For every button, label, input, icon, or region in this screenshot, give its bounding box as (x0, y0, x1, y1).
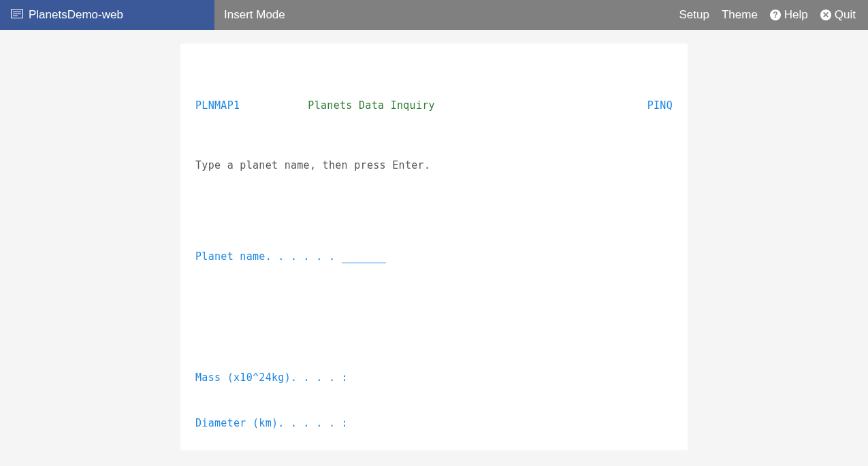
theme-label: Theme (722, 8, 758, 22)
close-icon: ✕ (820, 10, 831, 20)
planet-name-row: Planet name. . . . . . (195, 249, 673, 264)
field-diameter: Diameter (km). . . . . : (195, 416, 673, 431)
help-icon: ? (770, 10, 781, 20)
terminal-icon (11, 8, 23, 22)
planet-name-input[interactable] (342, 250, 386, 263)
instruction-text: Type a planet name, then press Enter. (195, 158, 673, 173)
map-id: PLNMAP1 (195, 98, 240, 113)
planet-name-label: Planet name. . . . . . (195, 249, 342, 264)
page-body: PLNMAP1Planets Data InquiryPINQ Type a p… (0, 30, 868, 450)
screen-title: Planets Data Inquiry (240, 98, 647, 113)
data-fields: Mass (x10^24kg). . . . : Diameter (km). … (195, 339, 673, 450)
quit-label: Quit (835, 8, 856, 22)
setup-label: Setup (679, 8, 709, 22)
menu-bar: Setup Theme ? Help ✕ Quit (666, 0, 868, 30)
help-menu[interactable]: ? Help (770, 8, 808, 22)
top-bar: PlanetsDemo-web Insert Mode Setup Theme … (0, 0, 868, 30)
quit-menu[interactable]: ✕ Quit (820, 8, 856, 22)
brand-area: PlanetsDemo-web (0, 0, 214, 30)
field-mass: Mass (x10^24kg). . . . : (195, 370, 673, 385)
theme-menu[interactable]: Theme (722, 8, 758, 22)
screen-header: PLNMAP1Planets Data InquiryPINQ (195, 98, 673, 113)
brand-title: PlanetsDemo-web (29, 8, 123, 22)
mode-indicator: Insert Mode (214, 0, 666, 30)
mode-text: Insert Mode (224, 8, 285, 22)
transaction-id: PINQ (647, 98, 673, 113)
terminal-screen: PLNMAP1Planets Data InquiryPINQ Type a p… (180, 44, 688, 450)
setup-menu[interactable]: Setup (679, 8, 709, 22)
help-label: Help (784, 8, 808, 22)
